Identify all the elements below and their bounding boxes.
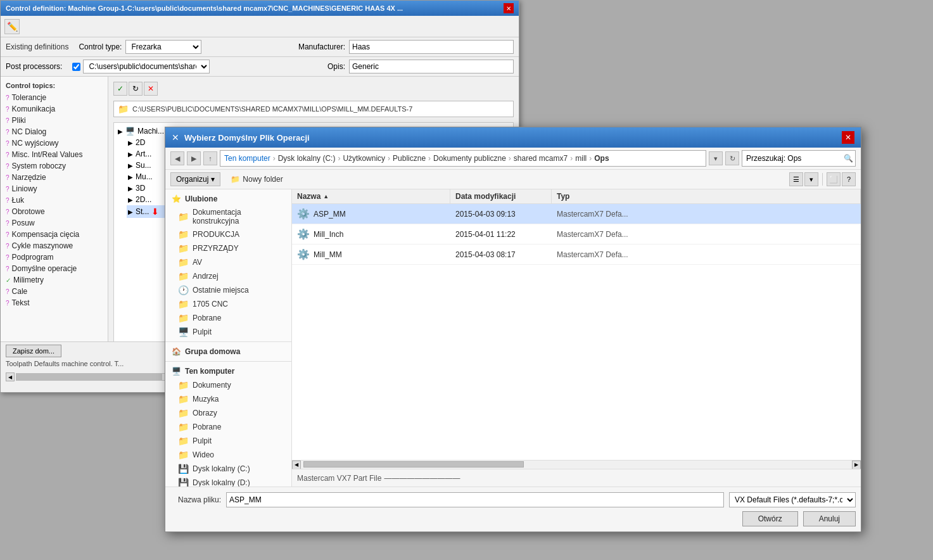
nav-item-pobrane-2[interactable]: 📁 Pobrane xyxy=(165,420,291,434)
breadcrumb-part-2[interactable]: Użytkownicy xyxy=(343,154,385,163)
nav-item-ostatnie[interactable]: 🕐 Ostatnie miejsca xyxy=(165,283,291,297)
back-button[interactable]: ◀ xyxy=(170,151,184,165)
up-button[interactable]: ↑ xyxy=(203,151,217,165)
panel-button[interactable]: ⬜ xyxy=(827,172,841,186)
new-folder-button[interactable]: 📁 Nowy folder xyxy=(225,173,288,186)
horizontal-scrollbar[interactable]: ◀ ▶ xyxy=(292,460,861,469)
nav-item-pobrane[interactable]: 📁 Pobrane xyxy=(165,311,291,325)
breadcrumb-part-1[interactable]: Dysk lokalny (C:) xyxy=(278,154,336,163)
tree-item-label: System roboczy xyxy=(12,162,66,170)
nav-item-produkcja[interactable]: 📁 PRODUKCJA xyxy=(165,227,291,241)
opis-input[interactable] xyxy=(349,60,514,73)
breadcrumb-part-0[interactable]: Ten komputer xyxy=(224,154,270,163)
breadcrumb-part-4[interactable]: Dokumenty publiczne xyxy=(433,154,506,163)
help-button[interactable]: ? xyxy=(842,172,856,186)
delete-icon[interactable]: ✕ xyxy=(144,82,158,96)
nav-item-av[interactable]: 📁 AV xyxy=(165,255,291,269)
tree-item-milimetry[interactable]: ✓Milimetry xyxy=(1,274,108,286)
nav-item-pulpit-2[interactable]: 📁 Pulpit xyxy=(165,434,291,448)
main-close-button[interactable]: ✕ xyxy=(504,3,514,13)
nav-item-andrzej[interactable]: 📁 Andrzej xyxy=(165,269,291,283)
tree-item-nc-wyjściowy[interactable]: ?NC wyjściowy xyxy=(1,137,108,149)
tree-item-posuw[interactable]: ?Posuw xyxy=(1,217,108,229)
tree-item-łuk[interactable]: ?Łuk xyxy=(1,194,108,206)
file-row-mill-inch[interactable]: ⚙️ Mill_Inch 2015-04-01 11:22 MastercamX… xyxy=(292,224,861,245)
control-type-select[interactable]: Frezarka xyxy=(125,40,201,54)
file-row-asp-mm[interactable]: ⚙️ ASP_MM 2015-04-03 09:13 MastercamX7 D… xyxy=(292,204,861,224)
nav-item-obrazy[interactable]: 📁 Obrazy xyxy=(165,406,291,420)
tree-item-pliki[interactable]: ?Pliki xyxy=(1,115,108,126)
nav-item-muzyka[interactable]: 📁 Muzyka xyxy=(165,392,291,406)
breadcrumb-part-5[interactable]: shared mcamx7 xyxy=(514,154,568,163)
nav-item-wideo[interactable]: 📁 Wideo xyxy=(165,448,291,462)
tree-item-kompensacja-cięcia[interactable]: ?Kompensacja cięcia xyxy=(1,229,108,240)
organize-button[interactable]: Organizuj ▾ xyxy=(170,172,220,186)
post-processors-checkbox[interactable] xyxy=(72,63,80,71)
h-scroll-track[interactable] xyxy=(301,461,852,469)
control-topics-title: Control topics: xyxy=(1,79,108,92)
dropdown-button[interactable]: ▾ xyxy=(709,151,723,165)
refresh-icon[interactable]: ↻ xyxy=(129,82,143,96)
open-button[interactable]: Otwórz xyxy=(742,511,798,526)
tree-item-narzędzie[interactable]: ?Narzędzie xyxy=(1,172,108,183)
form-row-1: Existing definitions Control type: Freza… xyxy=(1,37,519,57)
tree-item-system-roboczy[interactable]: ?System roboczy xyxy=(1,160,108,172)
breadcrumb-part-6[interactable]: mill xyxy=(575,154,587,163)
nav-item-pulpit[interactable]: 🖥️ Pulpit xyxy=(165,325,291,339)
checkmark-icon[interactable]: ✓ xyxy=(113,82,127,96)
h-scroll-thumb[interactable] xyxy=(303,461,524,468)
separator-2 xyxy=(165,361,291,362)
filetype-select[interactable]: VX Default Files (*.defaults-7;*.c xyxy=(729,492,856,507)
scroll-thumb[interactable] xyxy=(16,374,162,380)
edit-icon[interactable]: ✏️ xyxy=(4,19,20,34)
tree-item-nc-dialog[interactable]: ?NC Dialog xyxy=(1,126,108,137)
dialog-close-button[interactable]: ✕ xyxy=(842,131,854,144)
file-row-mill-mm[interactable]: ⚙️ Mill_MM 2015-04-03 08:17 MastercamX7 … xyxy=(292,245,861,265)
file-icon: ⚙️ xyxy=(297,248,310,260)
nav-item-disk-c[interactable]: 💾 Dysk lokalny (C:) xyxy=(165,462,291,476)
column-type[interactable]: Typ xyxy=(552,189,861,203)
breadcrumb-part-3[interactable]: Publiczne xyxy=(393,154,426,163)
manufacturer-input[interactable] xyxy=(349,40,514,54)
nav-item-disk-d[interactable]: 💾 Dysk lokalny (D:) xyxy=(165,476,291,487)
tree-item-obrotowe[interactable]: ?Obrotowe xyxy=(1,206,108,217)
view-dropdown-button[interactable]: ▾ xyxy=(804,172,818,186)
save-button[interactable]: Zapisz dom... xyxy=(6,345,61,357)
breadcrumb-part-7[interactable]: Ops xyxy=(594,154,609,163)
refresh-button[interactable]: ↻ xyxy=(725,151,739,165)
desktop-icon: 🖥️ xyxy=(178,327,189,337)
nav-label: Muzyka xyxy=(193,395,219,404)
tree-item-label: Posuw xyxy=(12,219,35,227)
nav-item-dokumentacja[interactable]: 📁 Dokumentacja konstrukcyjna xyxy=(165,206,291,227)
column-name[interactable]: Nazwa ▲ xyxy=(292,189,450,203)
nav-item-przyrzady[interactable]: 📁 PRZYRZĄDY xyxy=(165,241,291,255)
tree-item-tekst[interactable]: ?Tekst xyxy=(1,297,108,309)
tree-item-cykle-maszynowe[interactable]: ?Cykle maszynowe xyxy=(1,240,108,251)
tree-item-podprogram[interactable]: ?Podprogram xyxy=(1,251,108,263)
h-scroll-left[interactable]: ◀ xyxy=(292,461,301,469)
h-scroll-right[interactable]: ▶ xyxy=(852,461,861,469)
tree-item-cale[interactable]: ?Cale xyxy=(1,286,108,297)
breadcrumb-path[interactable]: Ten komputer › Dysk lokalny (C:) › Użytk… xyxy=(220,150,706,167)
forward-button[interactable]: ▶ xyxy=(187,151,201,165)
tree-item-misc.-int/real-values[interactable]: ?Misc. Int/Real Values xyxy=(1,149,108,160)
post-processors-select[interactable]: C:\users\public\documents\shared mcamx7\… xyxy=(83,60,210,73)
dialog-action-buttons: Otwórz Anuluj xyxy=(170,511,856,526)
nav-item-dokumenty[interactable]: 📁 Dokumenty xyxy=(165,378,291,392)
cancel-button[interactable]: Anuluj xyxy=(803,511,856,526)
nav-item-cnc[interactable]: 📁 1705 CNC xyxy=(165,297,291,311)
tree-item-liniowy[interactable]: ?Liniowy xyxy=(1,183,108,194)
tree-icon: ? xyxy=(6,174,10,181)
list-view-button[interactable]: ☰ xyxy=(789,172,803,186)
tree-item-tolerancje[interactable]: ?Tolerancje xyxy=(1,92,108,103)
column-date[interactable]: Data modyfikacji xyxy=(450,189,552,203)
search-input[interactable] xyxy=(746,154,841,163)
separator xyxy=(822,173,823,186)
tree-item-domyślne-operacje[interactable]: ?Domyślne operacje xyxy=(1,263,108,274)
nav-label: Dysk lokalny (C:) xyxy=(193,464,250,473)
scroll-left-btn[interactable]: ◀ xyxy=(6,372,15,381)
nav-tree: ⭐ Ulubione 📁 Dokumentacja konstrukcyjna … xyxy=(165,189,292,487)
tree-item-komunikacja[interactable]: ?Komunikacja xyxy=(1,103,108,115)
filename-input[interactable] xyxy=(226,492,724,507)
tree-item-label: NC wyjściowy xyxy=(12,139,59,148)
